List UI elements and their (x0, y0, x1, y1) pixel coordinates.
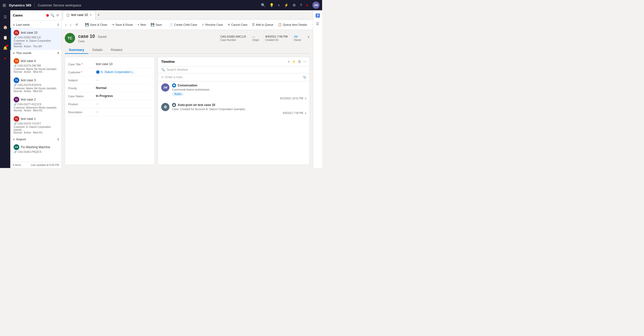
cancel-case-button[interactable]: ✕ Cancel Case (225, 22, 249, 28)
value-product[interactable]: --- (96, 102, 151, 106)
case-item-case2[interactable]: T2 test case 2 🔗CAS-01077-H2Z1C9 Custome… (10, 95, 61, 114)
case-name-case4: test case 4 (21, 59, 36, 63)
timeline-add-icon[interactable]: + (288, 60, 290, 64)
case-status-case3: Normal · Active · Wed 9/1 (14, 90, 59, 93)
note-input-area[interactable]: ✏ Enter a note... 📎 (158, 73, 310, 81)
save-route-button[interactable]: ↪ Save & Route (110, 22, 135, 28)
help-icon[interactable]: ? (300, 3, 302, 7)
entry-header-autopost: 📋 Auto-post on test case 10 (172, 103, 306, 107)
entry-footer-autopost: 9/9/2021 7:58 PM ∨ (172, 112, 306, 114)
timeline-more-icon[interactable]: ⋯ (303, 60, 306, 64)
entry-title-conversation: Conversation (178, 84, 197, 87)
save-button[interactable]: 💾 Save (149, 22, 164, 28)
tab-case10[interactable]: 📋 test case 10 ✕ (63, 10, 95, 20)
value-subject[interactable]: --- (96, 78, 151, 82)
origin-col: --- Origin (252, 35, 259, 41)
inbox-icon[interactable]: 📋 (1, 33, 10, 42)
group-toggle-this-month[interactable]: ∨ (13, 52, 15, 55)
nav-divider (34, 3, 35, 8)
field-priority: Priority Normal (68, 84, 151, 92)
tab-add-button[interactable]: + (95, 13, 102, 17)
new-button[interactable]: + New (135, 22, 148, 28)
settings-icon[interactable]: ⚙ (293, 3, 296, 7)
timeline-view-icon[interactable]: ☰ (298, 60, 301, 64)
case-avatar-case2: T2 (14, 97, 19, 102)
value-case-title[interactable]: test case 10 (96, 62, 151, 66)
bell-icon[interactable]: 🔔 (1, 43, 10, 52)
value-priority[interactable]: Normal (96, 86, 151, 90)
queue-icon: ☰ (252, 23, 255, 26)
lightbulb-icon[interactable]: 💡 (269, 3, 274, 7)
value-customer[interactable]: 🔵 A. Datum Corporation (... (96, 70, 151, 74)
tab-close-icon[interactable]: ✕ (89, 13, 92, 17)
tab-summary[interactable]: Summary (65, 46, 88, 54)
refresh-button[interactable]: ↺ (73, 22, 80, 28)
filter-icon[interactable]: ⚡ (284, 3, 288, 7)
add-to-queue-button[interactable]: ☰ Add to Queue (250, 22, 275, 28)
timeline-header: Timeline + ⚡ ☰ ⋯ (158, 57, 310, 66)
save-close-button[interactable]: 💾 Save & Close (83, 22, 109, 28)
app-grid-icon[interactable]: ⊞ (3, 3, 6, 8)
expand-conversation-icon[interactable]: ∨ (305, 97, 306, 100)
tab-related[interactable]: Related (107, 46, 126, 54)
search-icon[interactable]: 🔍 (261, 3, 265, 7)
entry-time-autopost: 9/9/2021 7:58 PM (283, 112, 303, 114)
value-description[interactable]: --- (96, 110, 151, 114)
timeline-filter-icon[interactable]: ⚡ (292, 60, 296, 64)
back-button[interactable]: ‹ (64, 22, 68, 28)
cancel-label: Cancel Case (231, 23, 247, 26)
case-number-value: CAS-01082-N0C1J2 (220, 35, 246, 38)
group-label-last-week: Last week (16, 23, 30, 26)
tab-details[interactable]: Details (88, 46, 107, 54)
cases-title[interactable]: Cases (13, 13, 45, 17)
plus-icon[interactable]: + (278, 3, 280, 7)
home-icon[interactable]: 🏠 (1, 23, 10, 32)
case-saved-status: Saved (98, 35, 106, 39)
case-item-case10[interactable]: T1 test case 10 🔗 CAS-01082-N0C1J2 Custo… (10, 28, 61, 50)
note-placeholder: Enter a note... (165, 75, 185, 79)
owner-col: JW Owner (294, 35, 301, 41)
cases-refresh-icon[interactable]: ↺ (56, 13, 59, 17)
tab-icon: 📋 (66, 13, 70, 17)
case-item-case1[interactable]: T1 test case 1 🔗CAS-01076-Y1V3Y7 Custome… (10, 114, 61, 136)
owner-value[interactable]: JW (294, 35, 301, 38)
user-avatar[interactable]: JW (312, 2, 320, 9)
expand-autopost-icon[interactable]: ∨ (305, 112, 306, 114)
expand-header-button[interactable]: ∨ (307, 35, 310, 39)
case-name-case1: test case 1 (21, 117, 36, 121)
queue-details-button[interactable]: 📋 Queue Item Details (276, 22, 309, 28)
case-item-case3[interactable]: T3 test case 3 🔗CAS-01078-R3X4Y8 Custome… (10, 75, 61, 95)
timeline-entry-autopost: ⚙ 📋 Auto-post on test case 10 Case: Crea… (161, 103, 306, 114)
create-child-icon: 📄 (169, 23, 173, 26)
detail-body: Case Title * test case 10 Customer * 🔵 A… (65, 57, 310, 165)
search-placeholder[interactable]: Search timeline (167, 68, 188, 72)
label-case-status: Case Status (68, 94, 94, 98)
timeline-actions: + ⚡ ☰ ⋯ (288, 60, 306, 64)
hamburger-icon[interactable]: ☰ (1, 12, 10, 22)
group-count-august: 1 (57, 138, 59, 141)
resolve-icon: ✓ (202, 23, 204, 26)
forward-button[interactable]: › (69, 22, 73, 28)
resolve-case-button[interactable]: ✓ Resolve Case (200, 22, 225, 28)
tab-bar: 📋 test case 10 ✕ + (62, 10, 313, 20)
case-detail: TC case 10 Saved Case CAS-01082-N0C1J2 C… (62, 30, 313, 168)
case-meta-right: CAS-01082-N0C1J2 Case Number --- Origin … (220, 35, 310, 41)
label-product: Product (68, 102, 94, 106)
list-view-icon[interactable]: ☰ (315, 21, 320, 27)
origin-value: --- (252, 35, 259, 38)
group-label-august: August (16, 138, 26, 141)
more-button[interactable]: ⋯ (310, 22, 313, 27)
attachment-icon[interactable]: 📎 (303, 75, 306, 79)
group-toggle-august[interactable]: ∨ (13, 138, 15, 141)
group-august: ∨ August 1 (10, 136, 61, 142)
case-item-washing[interactable]: FM Fix Washing Machine 🔗CAS-01062-P8Q3C5 (10, 142, 61, 156)
case-name-case3: test case 3 (21, 78, 36, 82)
value-case-status[interactable]: In Progress (96, 94, 151, 98)
accessibility-icon[interactable]: ♿ (314, 12, 321, 19)
create-child-button[interactable]: 📄 Create Child Case (167, 22, 199, 28)
side-icons: ☰ 🏠 📋 🔔 ● (0, 10, 10, 168)
field-customer: Customer * 🔵 A. Datum Corporation (... (68, 68, 151, 76)
cases-search-icon[interactable]: 🔍 (50, 13, 55, 17)
group-toggle-last-week[interactable]: ∨ (13, 23, 15, 26)
case-item-case4[interactable]: T4 test case 4 🔗CAS-01079-Z8K7B8 Custome… (10, 56, 61, 75)
